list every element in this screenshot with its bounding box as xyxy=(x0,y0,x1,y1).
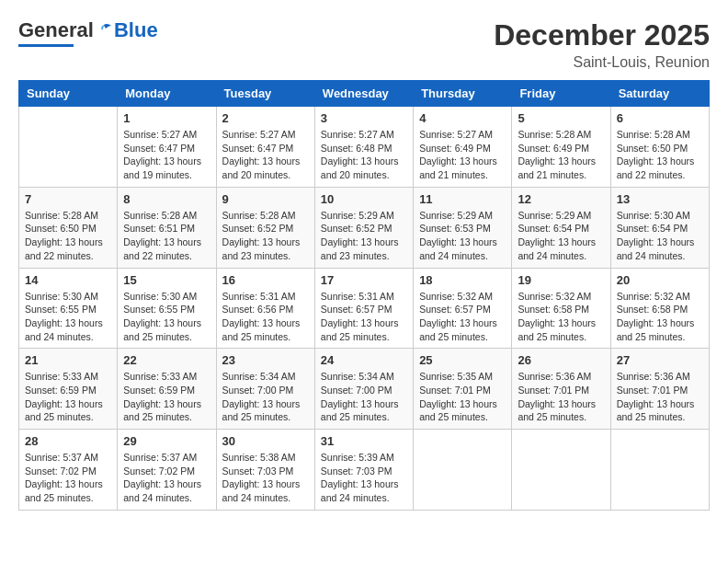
calendar-cell: 29Sunrise: 5:37 AM Sunset: 7:02 PM Dayli… xyxy=(118,430,216,511)
calendar-week-row: 14Sunrise: 5:30 AM Sunset: 6:55 PM Dayli… xyxy=(19,268,710,349)
day-info: Sunrise: 5:30 AM Sunset: 6:54 PM Dayligh… xyxy=(617,209,703,263)
calendar-cell: 1Sunrise: 5:27 AM Sunset: 6:47 PM Daylig… xyxy=(118,107,216,188)
day-number: 7 xyxy=(25,192,111,206)
day-number: 17 xyxy=(321,273,407,287)
day-info: Sunrise: 5:34 AM Sunset: 7:00 PM Dayligh… xyxy=(222,370,309,424)
weekday-header-thursday: Thursday xyxy=(414,81,512,107)
day-info: Sunrise: 5:31 AM Sunset: 6:57 PM Dayligh… xyxy=(321,290,407,344)
day-number: 12 xyxy=(518,192,604,206)
weekday-header-wednesday: Wednesday xyxy=(314,81,413,107)
day-info: Sunrise: 5:29 AM Sunset: 6:54 PM Dayligh… xyxy=(518,209,604,263)
location-subtitle: Saint-Louis, Reunion xyxy=(494,54,710,71)
day-number: 20 xyxy=(617,273,703,287)
day-number: 16 xyxy=(222,273,309,287)
calendar-cell: 3Sunrise: 5:27 AM Sunset: 6:48 PM Daylig… xyxy=(314,107,413,188)
logo-general: General xyxy=(18,18,94,42)
calendar-cell: 28Sunrise: 5:37 AM Sunset: 7:02 PM Dayli… xyxy=(19,430,118,511)
day-info: Sunrise: 5:30 AM Sunset: 6:55 PM Dayligh… xyxy=(123,290,210,344)
day-number: 19 xyxy=(518,273,604,287)
calendar-cell: 20Sunrise: 5:32 AM Sunset: 6:58 PM Dayli… xyxy=(610,268,709,349)
day-number: 11 xyxy=(419,192,506,206)
day-info: Sunrise: 5:37 AM Sunset: 7:02 PM Dayligh… xyxy=(25,451,111,505)
calendar-cell: 15Sunrise: 5:30 AM Sunset: 6:55 PM Dayli… xyxy=(118,268,216,349)
day-info: Sunrise: 5:36 AM Sunset: 7:01 PM Dayligh… xyxy=(617,370,703,424)
day-info: Sunrise: 5:27 AM Sunset: 6:49 PM Dayligh… xyxy=(419,128,506,182)
day-number: 24 xyxy=(321,353,407,367)
day-info: Sunrise: 5:28 AM Sunset: 6:51 PM Dayligh… xyxy=(123,209,210,263)
weekday-header-sunday: Sunday xyxy=(19,81,118,107)
day-info: Sunrise: 5:32 AM Sunset: 6:57 PM Dayligh… xyxy=(419,290,506,344)
calendar-cell: 5Sunrise: 5:28 AM Sunset: 6:49 PM Daylig… xyxy=(512,107,610,188)
day-number: 22 xyxy=(123,353,210,367)
calendar-cell: 24Sunrise: 5:34 AM Sunset: 7:00 PM Dayli… xyxy=(314,349,413,430)
calendar-cell: 11Sunrise: 5:29 AM Sunset: 6:53 PM Dayli… xyxy=(414,187,512,268)
calendar-cell xyxy=(414,430,512,511)
calendar-week-row: 28Sunrise: 5:37 AM Sunset: 7:02 PM Dayli… xyxy=(19,430,710,511)
calendar-cell: 9Sunrise: 5:28 AM Sunset: 6:52 PM Daylig… xyxy=(216,187,314,268)
day-info: Sunrise: 5:33 AM Sunset: 6:59 PM Dayligh… xyxy=(123,370,210,424)
calendar-cell: 8Sunrise: 5:28 AM Sunset: 6:51 PM Daylig… xyxy=(118,187,216,268)
calendar-cell: 30Sunrise: 5:38 AM Sunset: 7:03 PM Dayli… xyxy=(216,430,314,511)
logo: General Blue xyxy=(18,18,158,47)
logo-bird-icon xyxy=(95,21,113,40)
calendar-cell: 13Sunrise: 5:30 AM Sunset: 6:54 PM Dayli… xyxy=(610,187,709,268)
day-number: 15 xyxy=(123,273,210,287)
title-area: December 2025 Saint-Louis, Reunion xyxy=(494,18,710,71)
day-info: Sunrise: 5:28 AM Sunset: 6:50 PM Dayligh… xyxy=(617,128,703,182)
day-number: 23 xyxy=(222,353,309,367)
day-number: 31 xyxy=(321,434,407,448)
calendar-cell: 18Sunrise: 5:32 AM Sunset: 6:57 PM Dayli… xyxy=(414,268,512,349)
calendar-cell: 12Sunrise: 5:29 AM Sunset: 6:54 PM Dayli… xyxy=(512,187,610,268)
calendar-cell: 21Sunrise: 5:33 AM Sunset: 6:59 PM Dayli… xyxy=(19,349,118,430)
day-number: 10 xyxy=(321,192,407,206)
day-number: 29 xyxy=(123,434,210,448)
day-number: 1 xyxy=(123,111,210,125)
day-info: Sunrise: 5:34 AM Sunset: 7:00 PM Dayligh… xyxy=(321,370,407,424)
day-info: Sunrise: 5:28 AM Sunset: 6:50 PM Dayligh… xyxy=(25,209,111,263)
calendar-week-row: 1Sunrise: 5:27 AM Sunset: 6:47 PM Daylig… xyxy=(19,107,710,188)
day-number: 4 xyxy=(419,111,506,125)
calendar-cell xyxy=(512,430,610,511)
calendar-cell: 26Sunrise: 5:36 AM Sunset: 7:01 PM Dayli… xyxy=(512,349,610,430)
calendar-cell: 31Sunrise: 5:39 AM Sunset: 7:03 PM Dayli… xyxy=(314,430,413,511)
calendar-cell: 10Sunrise: 5:29 AM Sunset: 6:52 PM Dayli… xyxy=(314,187,413,268)
calendar-cell: 17Sunrise: 5:31 AM Sunset: 6:57 PM Dayli… xyxy=(314,268,413,349)
logo-divider xyxy=(18,44,74,47)
day-number: 21 xyxy=(25,353,111,367)
day-number: 6 xyxy=(617,111,703,125)
calendar-cell: 7Sunrise: 5:28 AM Sunset: 6:50 PM Daylig… xyxy=(19,187,118,268)
day-info: Sunrise: 5:29 AM Sunset: 6:53 PM Dayligh… xyxy=(419,209,506,263)
day-number: 30 xyxy=(222,434,309,448)
calendar-cell: 4Sunrise: 5:27 AM Sunset: 6:49 PM Daylig… xyxy=(414,107,512,188)
day-info: Sunrise: 5:31 AM Sunset: 6:56 PM Dayligh… xyxy=(222,290,309,344)
day-info: Sunrise: 5:29 AM Sunset: 6:52 PM Dayligh… xyxy=(321,209,407,263)
day-number: 26 xyxy=(518,353,604,367)
day-number: 9 xyxy=(222,192,309,206)
day-number: 8 xyxy=(123,192,210,206)
day-info: Sunrise: 5:30 AM Sunset: 6:55 PM Dayligh… xyxy=(25,290,111,344)
day-info: Sunrise: 5:37 AM Sunset: 7:02 PM Dayligh… xyxy=(123,451,210,505)
calendar-cell: 25Sunrise: 5:35 AM Sunset: 7:01 PM Dayli… xyxy=(414,349,512,430)
weekday-header-monday: Monday xyxy=(118,81,216,107)
day-info: Sunrise: 5:33 AM Sunset: 6:59 PM Dayligh… xyxy=(25,370,111,424)
calendar-cell: 2Sunrise: 5:27 AM Sunset: 6:47 PM Daylig… xyxy=(216,107,314,188)
day-info: Sunrise: 5:32 AM Sunset: 6:58 PM Dayligh… xyxy=(518,290,604,344)
weekday-header-friday: Friday xyxy=(512,81,610,107)
day-info: Sunrise: 5:36 AM Sunset: 7:01 PM Dayligh… xyxy=(518,370,604,424)
day-info: Sunrise: 5:27 AM Sunset: 6:47 PM Dayligh… xyxy=(222,128,309,182)
month-year-title: December 2025 xyxy=(494,18,710,52)
day-number: 14 xyxy=(25,273,111,287)
day-number: 28 xyxy=(25,434,111,448)
calendar-cell: 27Sunrise: 5:36 AM Sunset: 7:01 PM Dayli… xyxy=(610,349,709,430)
day-info: Sunrise: 5:27 AM Sunset: 6:48 PM Dayligh… xyxy=(321,128,407,182)
day-info: Sunrise: 5:28 AM Sunset: 6:52 PM Dayligh… xyxy=(222,209,309,263)
calendar-cell xyxy=(19,107,118,188)
calendar-cell xyxy=(610,430,709,511)
day-number: 13 xyxy=(617,192,703,206)
weekday-header-saturday: Saturday xyxy=(610,81,709,107)
calendar-table: SundayMondayTuesdayWednesdayThursdayFrid… xyxy=(18,80,710,511)
calendar-cell: 23Sunrise: 5:34 AM Sunset: 7:00 PM Dayli… xyxy=(216,349,314,430)
day-info: Sunrise: 5:35 AM Sunset: 7:01 PM Dayligh… xyxy=(419,370,506,424)
calendar-week-row: 21Sunrise: 5:33 AM Sunset: 6:59 PM Dayli… xyxy=(19,349,710,430)
day-number: 25 xyxy=(419,353,506,367)
